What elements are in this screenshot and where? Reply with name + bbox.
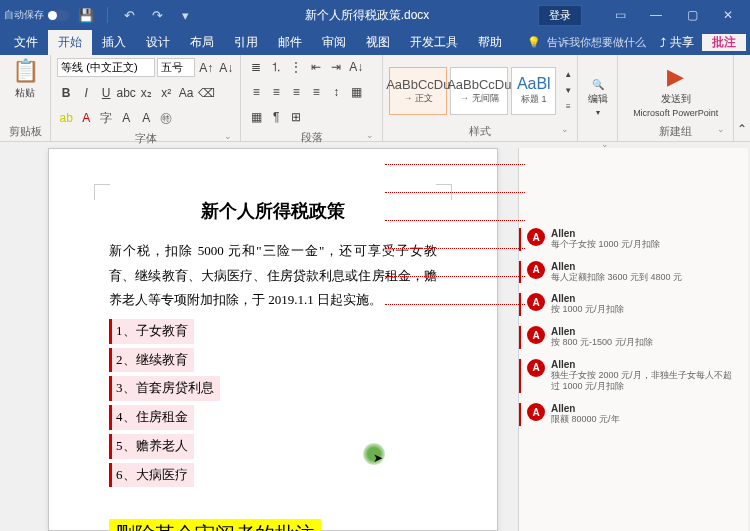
show-marks-button[interactable]: ¶ [267, 108, 285, 126]
comment-text: 独生子女按 2000 元/月，非独生子女每人不超过 1000 元/月扣除 [551, 370, 740, 393]
menu-design[interactable]: 设计 [136, 30, 180, 55]
increase-indent-button[interactable]: ⇥ [327, 58, 345, 76]
paste-button[interactable]: 📋 粘贴 [7, 58, 43, 100]
comment-author: Allen [551, 228, 740, 239]
comment-item[interactable]: A Allen 独生子女按 2000 元/月，非独生子女每人不超过 1000 元… [527, 359, 740, 393]
comment-text: 每个子女按 1000 元/月扣除 [551, 239, 740, 251]
lightbulb-icon: 💡 [527, 36, 541, 49]
collapse-ribbon-icon[interactable]: ⌃ [734, 120, 750, 138]
text-effect-button[interactable]: Aa [177, 84, 195, 102]
menu-view[interactable]: 视图 [356, 30, 400, 55]
menu-help[interactable]: 帮助 [468, 30, 512, 55]
redo-icon[interactable]: ↷ [146, 4, 168, 26]
decrease-indent-button[interactable]: ⇤ [307, 58, 325, 76]
avatar: A [527, 326, 545, 344]
ribbon-options-icon[interactable]: ▭ [602, 0, 638, 30]
comment-author: Allen [551, 326, 740, 337]
divider [107, 7, 108, 23]
comments-panel: A Allen 每个子女按 1000 元/月扣除 A Allen 每人定额扣除 … [518, 148, 748, 531]
quickaccess-dropdown-icon[interactable]: ▾ [174, 4, 196, 26]
underline-button[interactable]: U [97, 84, 115, 102]
autosave-label: 自动保存 [4, 8, 44, 22]
minimize-icon[interactable]: — [638, 0, 674, 30]
share-button[interactable]: ⤴ 共享 [652, 34, 702, 51]
style-heading1[interactable]: AaBl 标题 1 [511, 67, 556, 115]
bullets-button[interactable]: ≣ [247, 58, 265, 76]
font-size-select[interactable]: 五号 [157, 58, 195, 77]
menu-review[interactable]: 审阅 [312, 30, 356, 55]
highlight-note: 删除某个审阅者的批注 [109, 519, 321, 531]
align-right-button[interactable]: ≡ [287, 83, 305, 101]
char-shading-button[interactable]: A [137, 109, 155, 127]
close-icon[interactable]: ✕ [710, 0, 746, 30]
comment-connector [385, 304, 525, 305]
comment-item[interactable]: A Allen 每人定额扣除 3600 元到 4800 元 [527, 261, 740, 284]
highlight-color-button[interactable]: ab [57, 109, 75, 127]
font-color-button[interactable]: A [77, 109, 95, 127]
menu-devtools[interactable]: 开发工具 [400, 30, 468, 55]
powerpoint-icon: ▶ [667, 64, 684, 90]
comment-connector [385, 192, 525, 193]
style-normal[interactable]: AaBbCcDu → 正文 [389, 67, 447, 115]
avatar: A [527, 261, 545, 279]
decrease-font-icon[interactable]: A↓ [217, 59, 235, 77]
align-center-button[interactable]: ≡ [267, 83, 285, 101]
tell-me-search[interactable]: 💡 告诉我你想要做什么 [527, 35, 652, 50]
maximize-icon[interactable]: ▢ [674, 0, 710, 30]
save-icon[interactable]: 💾 [75, 4, 97, 26]
snap-grid-button[interactable]: ⊞ [287, 108, 305, 126]
font-name-select[interactable]: 等线 (中文正文) [57, 58, 155, 77]
strikethrough-button[interactable]: abc [117, 84, 135, 102]
italic-button[interactable]: I [77, 84, 95, 102]
comment-item[interactable]: A Allen 每个子女按 1000 元/月扣除 [527, 228, 740, 251]
comment-item[interactable]: A Allen 按 800 元-1500 元/月扣除 [527, 326, 740, 349]
login-button[interactable]: 登录 [538, 5, 582, 26]
edit-dropdown[interactable]: 🔍 编辑 ▾ [580, 79, 616, 117]
undo-icon[interactable]: ↶ [118, 4, 140, 26]
document-page[interactable]: 新个人所得税政策 新个税，扣除 5000 元和"三险一金"，还可享受子女教育、继… [48, 148, 498, 531]
doc-list-item: 2、继续教育 [109, 348, 194, 373]
char-border-button[interactable]: A [117, 109, 135, 127]
style-nospacing[interactable]: AaBbCcDu → 无间隔 [450, 67, 508, 115]
menu-insert[interactable]: 插入 [92, 30, 136, 55]
ribbon-group-label-font: 字体 [57, 130, 234, 147]
enclosed-char-button[interactable]: ㊕ [157, 109, 175, 127]
styles-up-icon[interactable]: ▲ [559, 68, 577, 82]
sort-button[interactable]: A↓ [347, 58, 365, 76]
comment-connector [385, 248, 525, 249]
menu-layout[interactable]: 布局 [180, 30, 224, 55]
autosave-toggle[interactable]: 自动保存 [4, 4, 69, 26]
phonetic-guide-button[interactable]: 字 [97, 109, 115, 127]
subscript-button[interactable]: x₂ [137, 84, 155, 102]
line-spacing-button[interactable]: ↕ [327, 83, 345, 101]
comment-item[interactable]: A Allen 按 1000 元/月扣除 [527, 293, 740, 316]
increase-font-icon[interactable]: A↑ [197, 59, 215, 77]
find-icon: 🔍 [592, 79, 604, 90]
align-left-button[interactable]: ≡ [247, 83, 265, 101]
comment-author: Allen [551, 359, 740, 370]
comment-text: 按 1000 元/月扣除 [551, 304, 740, 316]
numbering-button[interactable]: ⒈ [267, 58, 285, 76]
shading-button[interactable]: ▦ [347, 83, 365, 101]
comment-item[interactable]: A Allen 限额 80000 元/年 [527, 403, 740, 426]
clear-format-icon[interactable]: ⌫ [197, 84, 215, 102]
ribbon: 📋 粘贴 剪贴板 等线 (中文正文) 五号 A↑ A↓ B I U abc x₂… [0, 55, 750, 142]
comment-connector [385, 164, 525, 165]
menu-file[interactable]: 文件 [4, 30, 48, 55]
styles-down-icon[interactable]: ▼ [559, 84, 577, 98]
superscript-button[interactable]: x² [157, 84, 175, 102]
annotate-button[interactable]: 批注 [702, 34, 746, 51]
ribbon-group-paragraph: ≣ ⒈ ⋮ ⇤ ⇥ A↓ ≡ ≡ ≡ ≡ ↕ ▦ ▦ ¶ ⊞ 段落 [241, 55, 383, 141]
menu-home[interactable]: 开始 [48, 30, 92, 55]
multilevel-button[interactable]: ⋮ [287, 58, 305, 76]
bold-button[interactable]: B [57, 84, 75, 102]
styles-expand-icon[interactable]: ≡ [559, 100, 577, 114]
menu-mailings[interactable]: 邮件 [268, 30, 312, 55]
title-bar: 自动保存 💾 ↶ ↷ ▾ 新个人所得税政策.docx 登录 ▭ — ▢ ✕ [0, 0, 750, 30]
borders-button[interactable]: ▦ [247, 108, 265, 126]
page-margin-marker [94, 184, 110, 200]
comment-author: Allen [551, 293, 740, 304]
sendto-powerpoint-button[interactable]: ▶ 发送到 Microsoft PowerPoint [633, 64, 718, 118]
menu-references[interactable]: 引用 [224, 30, 268, 55]
justify-button[interactable]: ≡ [307, 83, 325, 101]
